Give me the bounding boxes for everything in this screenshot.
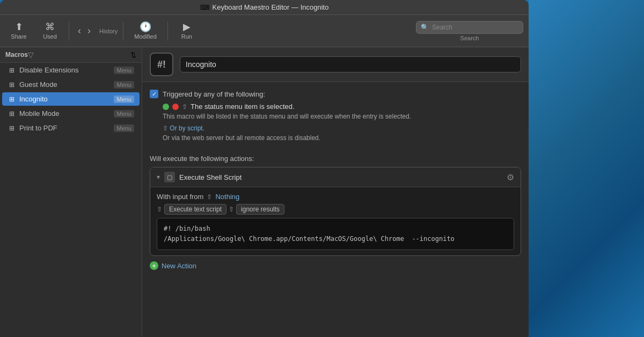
sidebar-item-badge-3: Menu — [114, 96, 134, 103]
add-trigger-icon[interactable] — [163, 104, 169, 110]
share-label: Share — [11, 33, 26, 40]
content-area: Macros ▽ ⇅ ⊞ Disable Extensions Menu ⊞ G… — [0, 47, 529, 337]
action-collapse-button[interactable]: ▾ — [157, 173, 160, 181]
trigger-checkbox-row: ✓ Triggered by any of the following: — [150, 90, 521, 98]
sidebar-item-name-5: Print to PDF — [19, 124, 111, 132]
action-row-buttons: ⇧ Execute text script ⇧ ignore results — [157, 204, 284, 215]
titlebar: ⌨ Keyboard Maestro Editor — Incognito — [0, 0, 529, 15]
sidebar-item-guest-mode[interactable]: ⊞ Guest Mode Menu — [2, 78, 140, 91]
action-card-left: ▾ ▢ Execute Shell Script — [157, 172, 241, 182]
filter-icon[interactable]: ▽ — [28, 50, 34, 59]
history-label: History — [99, 28, 118, 34]
modified-icon: 🕐 — [140, 22, 151, 32]
new-action-button[interactable]: + New Action — [142, 256, 529, 275]
macro-icon-2: ⊞ — [8, 81, 16, 89]
web-server-note: Or via the web server but all remote acc… — [163, 134, 521, 142]
nothing-link[interactable]: Nothing — [215, 193, 239, 201]
search-placeholder: Search — [432, 24, 452, 31]
back-icon: ‹ — [78, 25, 81, 36]
forward-icon: › — [87, 25, 91, 36]
sidebar-item-name-2: Guest Mode — [19, 80, 111, 89]
macro-header: #! — [142, 47, 529, 82]
or-script-link[interactable]: Or by script. — [170, 124, 204, 132]
sidebar-item-name-4: Mobile Mode — [19, 109, 111, 118]
used-icon: ⌘ — [45, 22, 55, 32]
run-button[interactable]: ▶ Run — [173, 20, 200, 42]
new-action-label: New Action — [162, 262, 196, 270]
action-title: Execute Shell Script — [179, 173, 241, 181]
trigger-status-item: ⇧ The status menu item is selected. — [163, 102, 521, 111]
status-menu-label: The status menu item is selected. — [191, 102, 295, 111]
actions-header: Will execute the following actions: — [142, 152, 529, 167]
back-button[interactable]: ‹ — [75, 23, 84, 39]
sidebar-header: Macros ▽ ⇅ — [0, 47, 142, 63]
modified-button[interactable]: 🕐 Modified — [129, 20, 162, 42]
search-icon: 🔍 — [421, 24, 429, 31]
run-icon: ▶ — [183, 22, 191, 32]
remove-trigger-icon[interactable] — [172, 104, 179, 110]
used-button[interactable]: ⌘ Used — [36, 20, 63, 42]
sidebar-sort-icon[interactable]: ⇅ — [130, 51, 136, 59]
search-box[interactable]: 🔍 Search — [416, 21, 523, 34]
shift-icon-5: ⇧ — [229, 206, 234, 213]
new-action-icon: + — [150, 261, 158, 270]
sidebar-item-badge-5: Menu — [114, 124, 134, 132]
sidebar-item-disable-extensions[interactable]: ⊞ Disable Extensions Menu — [2, 63, 140, 77]
background-right — [529, 0, 644, 337]
run-label: Run — [181, 33, 192, 40]
app-icon: ⌨ — [200, 4, 209, 11]
main-panel: #! ✓ Triggered by any of the following: … — [142, 47, 529, 337]
script-box[interactable]: #! /bin/bash /Applications/Google\ Chrom… — [157, 218, 514, 250]
used-label: Used — [43, 33, 57, 40]
sidebar-item-badge-2: Menu — [114, 81, 134, 89]
sidebar-item-name-1: Disable Extensions — [19, 66, 111, 74]
search-area: 🔍 Search Search — [416, 21, 523, 41]
macro-name-input[interactable] — [180, 56, 521, 72]
execute-text-script-label: Execute text script — [169, 206, 222, 213]
action-body: With input from ⇧ Nothing ⇧ Execute text… — [150, 187, 521, 255]
main-window: ⌨ Keyboard Maestro Editor — Incognito ⬆ … — [0, 0, 529, 337]
window-title: Keyboard Maestro Editor — Incognito — [213, 3, 329, 11]
action-card: ▾ ▢ Execute Shell Script ⚙ With input fr… — [150, 167, 521, 256]
trigger-status-desc: This macro will be listed in the status … — [163, 113, 521, 120]
sidebar-item-mobile-mode[interactable]: ⊞ Mobile Mode Menu — [2, 107, 140, 120]
action-card-header: ▾ ▢ Execute Shell Script ⚙ — [150, 167, 521, 187]
history-nav: ‹ › — [75, 23, 94, 39]
toolbar-separator-2 — [123, 21, 123, 41]
with-input-label: With input from — [157, 193, 203, 201]
sidebar-item-badge-4: Menu — [114, 110, 134, 118]
macro-icon-4: ⊞ — [8, 110, 16, 118]
forward-button[interactable]: › — [84, 23, 94, 39]
shift-icon-1: ⇧ — [182, 103, 187, 111]
macro-icon-box: #! — [150, 53, 173, 76]
ignore-results-pill[interactable]: ignore results — [236, 204, 284, 215]
action-input-row: With input from ⇧ Nothing — [157, 193, 514, 201]
macro-icon-5: ⊞ — [8, 124, 16, 132]
shift-icon-4: ⇧ — [157, 206, 162, 213]
macro-icon-1: ⊞ — [8, 67, 16, 74]
execute-text-script-pill[interactable]: Execute text script — [164, 204, 226, 215]
ignore-results-label: ignore results — [241, 206, 280, 213]
sidebar-item-print-to-pdf[interactable]: ⊞ Print to PDF Menu — [2, 121, 140, 135]
toolbar: ⬆ Share ⌘ Used ‹ › History 🕐 Modified ▶ … — [0, 15, 529, 47]
toolbar-separator-1 — [69, 21, 69, 41]
sidebar-item-badge-1: Menu — [114, 67, 134, 74]
script-line1: #! /bin/bash — [164, 225, 210, 232]
action-gear-button[interactable]: ⚙ — [507, 172, 514, 182]
trigger-section: ✓ Triggered by any of the following: ⇧ T… — [142, 82, 529, 152]
macro-icon-text: #! — [157, 59, 166, 70]
sidebar-item-name-3: Incognito — [19, 95, 111, 103]
sidebar-item-incognito[interactable]: ⊞ Incognito Menu — [2, 92, 140, 106]
trigger-label: Triggered by any of the following: — [163, 90, 265, 98]
sidebar-header-title: Macros — [5, 51, 28, 58]
script-line2: /Applications/Google\ Chrome.app/Content… — [164, 235, 455, 243]
share-icon: ⬆ — [15, 22, 23, 32]
trigger-checkbox[interactable]: ✓ — [150, 90, 158, 98]
action-type-icon: ▢ — [164, 172, 175, 182]
macro-icon-3: ⊞ — [8, 96, 16, 103]
toolbar-separator-3 — [167, 21, 168, 41]
search-label: Search — [460, 35, 479, 41]
share-button[interactable]: ⬆ Share — [5, 20, 32, 42]
action-script-row: ⇧ Execute text script ⇧ ignore results — [157, 204, 514, 215]
shift-icon-2: ⇧ — [163, 124, 168, 132]
